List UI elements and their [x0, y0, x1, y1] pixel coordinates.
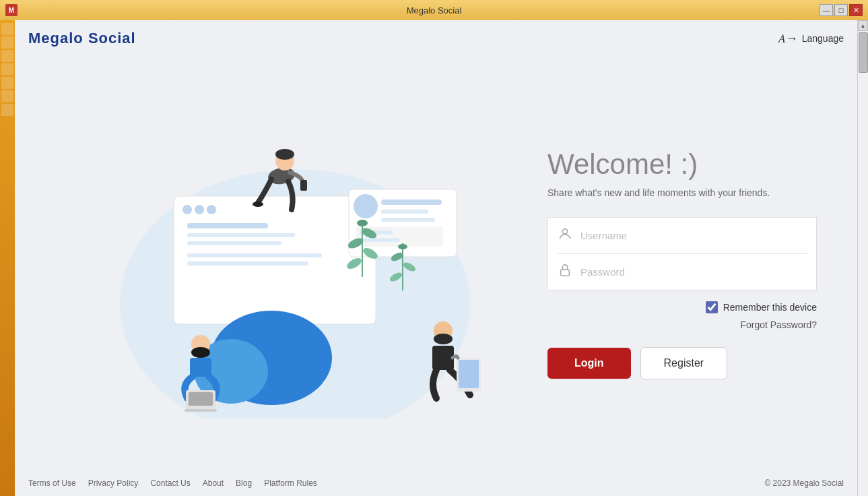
svg-point-11 — [354, 194, 378, 218]
svg-rect-14 — [381, 218, 435, 222]
scrollbar-up-arrow[interactable]: ▲ — [858, 20, 868, 31]
svg-rect-6 — [187, 233, 295, 237]
svg-point-4 — [207, 205, 216, 214]
svg-point-28 — [398, 244, 407, 249]
page-content: Welcome! :) Share what's new and life mo… — [15, 57, 857, 470]
left-taskbar — [0, 20, 15, 496]
footer-terms-link[interactable]: Terms of Use — [28, 478, 76, 488]
app-header: Megalo Social 𝐴→ Language — [15, 20, 857, 57]
svg-rect-7 — [187, 241, 281, 245]
titlebar: M Megalo Social — □ ✕ — [0, 0, 868, 20]
svg-point-37 — [191, 347, 210, 358]
login-button[interactable]: Login — [547, 348, 631, 379]
register-button[interactable]: Register — [640, 347, 728, 379]
forgot-password-container: Forgot Password? — [547, 319, 817, 331]
welcome-subtitle: Share what's new and life moments with y… — [547, 187, 817, 198]
username-row — [548, 218, 816, 253]
password-input[interactable] — [580, 254, 807, 290]
svg-rect-13 — [381, 210, 428, 214]
footer-contact-link[interactable]: Contact Us — [150, 478, 190, 488]
svg-rect-12 — [381, 199, 442, 205]
app-footer: Terms of Use Privacy Policy Contact Us A… — [15, 470, 857, 496]
footer-copyright: © 2023 Megalo Social — [764, 478, 844, 488]
illustration-area — [55, 95, 534, 432]
svg-rect-1 — [174, 196, 376, 324]
maximize-button[interactable]: □ — [834, 4, 848, 16]
svg-point-47 — [562, 228, 567, 233]
language-icon: 𝐴→ — [778, 32, 798, 46]
credentials-form — [547, 217, 817, 290]
lock-icon — [558, 263, 572, 281]
taskbar-item — [1, 23, 13, 35]
language-label: Language — [802, 33, 844, 44]
remember-device-label[interactable]: Remember this device — [706, 301, 817, 313]
svg-rect-46 — [459, 360, 479, 388]
options-row: Remember this device — [547, 301, 817, 313]
user-icon — [558, 226, 572, 245]
taskbar-item — [1, 77, 13, 89]
svg-rect-41 — [185, 409, 217, 412]
footer-blog-link[interactable]: Blog — [236, 478, 252, 488]
minimize-button[interactable]: — — [820, 4, 833, 16]
svg-rect-48 — [561, 270, 570, 276]
svg-rect-9 — [187, 261, 308, 266]
illustration-svg — [100, 108, 490, 418]
footer-rules-link[interactable]: Platform Rules — [264, 478, 317, 488]
window-controls: — □ ✕ — [820, 4, 863, 16]
svg-point-2 — [182, 205, 192, 214]
svg-point-43 — [434, 334, 453, 344]
username-input[interactable] — [580, 218, 807, 253]
titlebar-title: Megalo Social — [407, 5, 462, 16]
svg-rect-35 — [300, 180, 307, 191]
footer-about-link[interactable]: About — [203, 478, 224, 488]
svg-point-34 — [275, 149, 294, 160]
close-button[interactable]: ✕ — [849, 4, 863, 16]
main-content: Megalo Social 𝐴→ Language — [15, 20, 857, 496]
taskbar-item — [1, 63, 13, 75]
remember-device-text: Remember this device — [723, 302, 817, 313]
footer-privacy-link[interactable]: Privacy Policy — [88, 478, 139, 488]
password-row — [548, 254, 816, 290]
svg-rect-17 — [360, 238, 400, 242]
taskbar-item — [1, 50, 13, 62]
svg-rect-8 — [187, 253, 322, 257]
language-button[interactable]: 𝐴→ Language — [778, 32, 844, 46]
taskbar-item — [1, 90, 13, 102]
forgot-password-link[interactable]: Forgot Password? — [740, 319, 817, 330]
remember-device-checkbox[interactable] — [706, 301, 718, 313]
svg-rect-44 — [432, 346, 454, 370]
welcome-title: Welcome! :) — [547, 148, 817, 181]
svg-point-23 — [357, 220, 368, 226]
svg-rect-5 — [187, 223, 268, 228]
svg-point-3 — [195, 205, 204, 214]
scrollbar-track[interactable]: ▲ — [857, 20, 868, 496]
svg-rect-40 — [189, 392, 213, 406]
svg-point-32 — [253, 202, 263, 207]
footer-links: Terms of Use Privacy Policy Contact Us A… — [28, 478, 317, 488]
action-row: Login Register — [547, 347, 817, 379]
app-logo: Megalo Social — [28, 30, 136, 47]
app-icon: M — [5, 4, 18, 16]
login-panel: Welcome! :) Share what's new and life mo… — [534, 148, 817, 379]
taskbar-item — [1, 36, 13, 49]
scrollbar-thumb[interactable] — [859, 32, 868, 73]
taskbar-item — [1, 104, 13, 116]
